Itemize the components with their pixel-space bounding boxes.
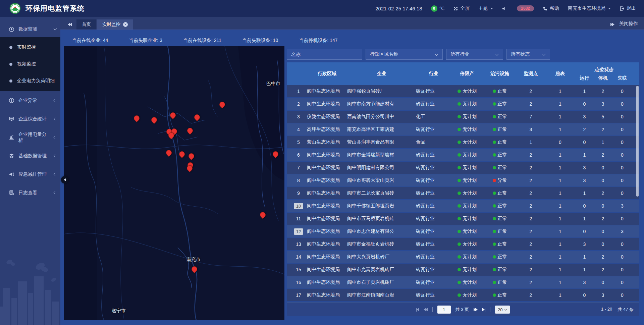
tab-home[interactable]: 首页 [76,19,96,30]
theme-label: 主题 [478,5,488,11]
tabs-scroll-right-button[interactable] [610,23,614,26]
sidebar-item-6[interactable]: 日志查看 [0,183,60,202]
sidebar-item-3[interactable]: 企业用电量分析 [0,128,60,147]
page-number-input[interactable] [437,306,451,314]
sidebar-item-1[interactable]: 企业异常 [0,91,60,110]
table-row[interactable]: 9阆中生态环境局阆中市二龙长宝页岩砖砖瓦行业无计划正常21120 [287,187,639,199]
chevron-left-icon [54,136,57,139]
cell-industry: 砖瓦行业 [416,126,451,132]
industry-filter-select[interactable]: 所有行业 [446,49,503,60]
cell-meters: 1 [545,216,575,221]
name-filter-input[interactable] [291,52,358,57]
last-page-button[interactable] [482,308,485,312]
cell-stop: 1 [594,140,612,145]
table-row[interactable]: 13阆中生态环境局阆中市金福旺页岩机砖砖瓦行业无计划正常21300 [287,238,639,250]
cell-company: 阆中强锐页岩砖厂 [347,88,416,94]
table-row[interactable]: 7阆中生态环境局阆中明阳建材有限公司砖瓦行业无计划正常21300 [287,162,639,174]
cell-industry: 砖瓦行业 [416,279,451,285]
table-row[interactable]: 1阆中生态环境局阆中强锐页岩砖厂砖瓦行业无计划正常21120 [287,85,639,97]
notification-button[interactable]: 2632 [516,5,534,11]
table-scrollbar[interactable] [636,86,639,197]
pager-controls: 共 3 页 20 [416,306,510,314]
cell-company: 阆中市南方节能建材有 [347,101,416,107]
cell-meters: 1 [545,267,575,272]
sidebar-subitem[interactable]: 企业电力负荷明细 [0,72,60,89]
status-dot-icon [493,281,496,284]
brand: 环保用电监管系统 [0,3,85,14]
status-dot-icon [493,115,496,118]
col-index [290,62,307,85]
cell-region: 阆中生态环境局 [307,216,347,222]
temperature-badge: 0 [431,5,437,12]
table-row[interactable]: 14阆中生态环境局阆中大兴页岩机砖厂砖瓦行业无计划正常21120 [287,251,639,263]
megaphone-icon [9,171,14,177]
tab-close-icon[interactable]: ✕ [123,22,128,27]
help-button[interactable]: 帮助 [543,5,559,11]
table-row[interactable]: 4高坪生态环境局南充市高坪区王家店建砖瓦行业无计划正常31220 [287,123,639,136]
table-row[interactable]: 16阆中生态环境局阆中市石子页岩机砖厂砖瓦行业无计划正常21300 [287,276,639,288]
first-page-button[interactable] [416,308,419,312]
table-row[interactable]: 10阆中生态环境局阆中千佛镇五郎垭页岩砖瓦行业无计划正常21003 [287,200,639,212]
status-label: 无计划 [463,203,477,209]
table-row[interactable]: 6阆中生态环境局阆中市金博瑞新型墙材砖瓦行业无计划正常21120 [287,149,639,161]
cell-stop: 2 [594,254,612,260]
sidebar-subitem[interactable]: 实时监控 [0,39,60,56]
cell-stop: 0 [594,165,612,170]
cell-meters: 0 [545,140,575,145]
table-row[interactable]: 11阆中生态环境局阆中市五马桥页岩机砖砖瓦行业无计划正常21120 [287,213,639,225]
status-label: 正常 [498,165,507,171]
cell-run: 1 [575,191,594,196]
sidebar-item-4[interactable]: 基础数据管理 [0,147,60,165]
cell-facility: 正常 [483,165,517,171]
table-row[interactable]: 12阆中生态环境局阆中市忠信建材有限公砖瓦行业无计划正常21003 [287,225,639,237]
tab-realtime-monitor[interactable]: 实时监控 ✕ [97,19,133,30]
mute-button[interactable] [502,6,507,11]
cell-points: 2 [517,89,545,94]
map-panel[interactable]: 巴中市南充市遂宁市 [64,46,284,320]
table-row[interactable]: 17阆中生态环境局阆中市江南镇阆南页岩砖瓦行业无计划正常21030 [287,289,639,301]
chevron-down-icon [435,52,438,56]
status-filter-select[interactable]: 所有状态 [506,49,550,60]
cell-run: 1 [575,152,594,158]
cell-idx: 12 [290,228,307,235]
tabs-scroll-left-button[interactable] [68,23,72,26]
monitor-icon [9,26,14,32]
theme-dropdown[interactable]: 主题 [478,5,493,11]
industry-filter-value: 所有行业 [450,51,469,57]
sidebar-item-0[interactable]: 数据监测 [0,21,60,37]
cell-stop: 0 [594,241,612,247]
logout-button[interactable]: 退出 [620,5,636,11]
next-page-button[interactable] [474,308,478,311]
tab-label: 首页 [82,21,91,28]
status-dot-icon [458,281,461,284]
status-label: 无计划 [463,139,477,145]
sidebar-item-2[interactable]: 企业综合统计 [0,110,60,128]
table-row[interactable]: 15阆中生态环境局阆中市光富页岩机砖厂砖瓦行业无计划正常21120 [287,264,639,276]
table-row[interactable]: 8阆中生态环境局阆中市枣碧大梁山页岩砖瓦行业无计划异常21300 [287,174,639,186]
status-dot-icon [458,255,461,259]
col-industry: 行业 [416,62,451,85]
table-header: 行政区域 企业 行业 停限产 治污设施 监测点 总表 点位状态 运行 停机 失联 [287,62,639,85]
sidebar-collapse-handle[interactable] [61,176,68,183]
table-row[interactable]: 5营山生态环境局营山县润丰肉食品有限食品无计划正常10010 [287,136,639,148]
prev-page-button[interactable] [424,308,428,311]
status-label: 无计划 [463,114,477,120]
cell-run: 0 [575,229,594,234]
status-label: 无计划 [463,152,477,158]
table-row[interactable]: 2阆中生态环境局阆中市南方节能建材有砖瓦行业无计划正常21030 [287,98,639,110]
sidebar-subitem-label: 视频监控 [17,61,36,67]
cell-company: 阆中市江南镇阆南页岩 [347,292,416,298]
sidebar-subitem[interactable]: 视频监控 [0,56,60,72]
fullscreen-button[interactable]: 全屏 [453,5,470,11]
cell-meters: 1 [545,165,575,170]
cell-region: 阆中生态环境局 [307,101,347,107]
table-row[interactable]: 3仪陇生态环境局西南油气田分公司川中化工无计划正常71350 [287,111,639,123]
region-filter-select[interactable]: 行政区域名称 [366,49,443,60]
close-operations-button[interactable]: 关闭操作 [619,21,638,27]
page-size-select[interactable]: 20 [495,306,510,314]
name-filter[interactable] [287,49,362,60]
org-dropdown[interactable]: 南充市生态环境局 [568,5,611,11]
status-dot-icon [493,268,496,271]
cell-run: 0 [575,101,594,107]
sidebar-item-5[interactable]: 应急减排管理 [0,165,60,183]
